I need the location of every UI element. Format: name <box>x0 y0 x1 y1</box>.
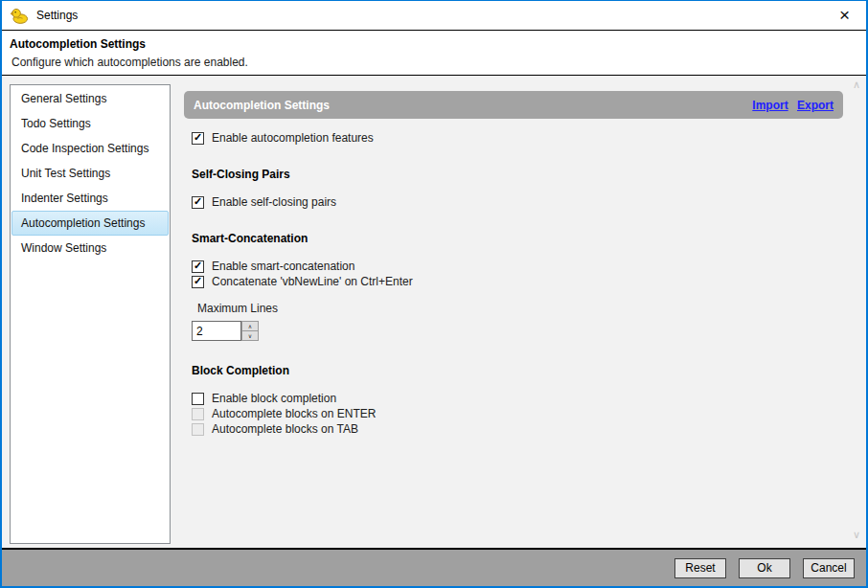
footer-bar: Reset Ok Cancel <box>2 550 866 586</box>
spin-up-icon[interactable]: ∧ <box>241 321 259 331</box>
close-icon[interactable]: × <box>823 1 866 30</box>
sidebar-item-unit-test-settings[interactable]: Unit Test Settings <box>11 161 169 186</box>
dialog-body: General Settings Todo Settings Code Insp… <box>2 76 866 548</box>
sidebar-item-indenter-settings[interactable]: Indenter Settings <box>11 186 169 211</box>
autocomplete-blocks-enter-label: Autocomplete blocks on ENTER <box>212 407 376 420</box>
enable-block-completion-label: Enable block completion <box>212 392 336 405</box>
check-icon: ✓ <box>194 132 202 143</box>
check-icon: ✓ <box>194 196 202 207</box>
self-closing-pairs-heading: Self-Closing Pairs <box>184 168 843 181</box>
maximum-lines-stepper: ∧ ∨ <box>192 321 843 341</box>
enable-autocompletion-row: ✓ Enable autocompletion features <box>184 131 843 145</box>
sidebar-item-todo-settings[interactable]: Todo Settings <box>11 111 169 136</box>
check-icon: ✓ <box>194 260 202 271</box>
enable-autocompletion-label: Enable autocompletion features <box>212 131 374 145</box>
enable-self-closing-row: ✓ Enable self-closing pairs <box>184 195 843 209</box>
maximum-lines-input[interactable] <box>192 321 241 341</box>
ok-button[interactable]: Ok <box>739 558 790 578</box>
page-header: Autocompletion Settings Configure which … <box>2 31 866 75</box>
page-subtitle: Configure which autocompletions are enab… <box>10 56 866 69</box>
scroll-down-chevron-icon[interactable]: ∨ <box>853 530 860 540</box>
panel-title: Autocompletion Settings <box>194 99 330 112</box>
sidebar-item-code-inspection-settings[interactable]: Code Inspection Settings <box>11 136 169 161</box>
enable-autocompletion-checkbox[interactable]: ✓ <box>192 132 204 145</box>
autocomplete-blocks-tab-checkbox <box>192 423 204 436</box>
page-title: Autocompletion Settings <box>10 37 866 51</box>
autocomplete-blocks-enter-row: Autocomplete blocks on ENTER <box>184 407 843 420</box>
concatenate-vbnewline-row: ✓ Concatenate 'vbNewLine' on Ctrl+Enter <box>184 275 843 288</box>
reset-button[interactable]: Reset <box>674 558 726 578</box>
settings-category-list: General Settings Todo Settings Code Insp… <box>10 84 171 544</box>
maximum-lines-label: Maximum Lines <box>184 302 843 315</box>
sidebar-item-window-settings[interactable]: Window Settings <box>11 236 169 260</box>
enable-smart-concatenation-label: Enable smart-concatenation <box>212 260 354 273</box>
concatenate-vbnewline-checkbox[interactable]: ✓ <box>192 276 204 288</box>
enable-self-closing-label: Enable self-closing pairs <box>212 195 336 209</box>
block-completion-heading: Block Completion <box>184 364 843 377</box>
enable-smart-concatenation-checkbox[interactable]: ✓ <box>192 260 204 273</box>
autocomplete-blocks-tab-row: Autocomplete blocks on TAB <box>184 422 843 436</box>
window-title: Settings <box>36 9 78 22</box>
import-link[interactable]: Import <box>752 99 788 112</box>
smart-concatenation-heading: Smart-Concatenation <box>184 232 843 245</box>
export-link[interactable]: Export <box>797 99 834 112</box>
scroll-up-chevron-icon[interactable]: ∧ <box>853 79 860 90</box>
panel-links: Import Export <box>746 99 834 112</box>
enable-self-closing-checkbox[interactable]: ✓ <box>192 196 204 209</box>
titlebar: Settings × <box>2 1 866 30</box>
spin-buttons: ∧ ∨ <box>241 321 259 341</box>
concatenate-vbnewline-label: Concatenate 'vbNewLine' on Ctrl+Enter <box>212 275 413 288</box>
autocomplete-blocks-enter-checkbox <box>192 408 204 420</box>
autocomplete-blocks-tab-label: Autocomplete blocks on TAB <box>212 422 358 436</box>
enable-block-completion-row: Enable block completion <box>184 392 843 405</box>
settings-window: Settings × Autocompletion Settings Confi… <box>0 0 868 588</box>
spin-down-icon[interactable]: ∨ <box>241 331 259 341</box>
panel-header: Autocompletion Settings Import Export <box>184 91 843 119</box>
sidebar-item-autocompletion-settings[interactable]: Autocompletion Settings <box>11 211 169 236</box>
cancel-button[interactable]: Cancel <box>803 558 855 578</box>
enable-block-completion-checkbox[interactable] <box>192 393 204 405</box>
sidebar-item-general-settings[interactable]: General Settings <box>11 86 169 111</box>
enable-smart-concatenation-row: ✓ Enable smart-concatenation <box>184 260 843 273</box>
check-icon: ✓ <box>194 276 202 286</box>
settings-content-panel: ∧ ∨ Autocompletion Settings Import Expor… <box>171 76 866 548</box>
rubberduck-icon <box>11 8 29 24</box>
